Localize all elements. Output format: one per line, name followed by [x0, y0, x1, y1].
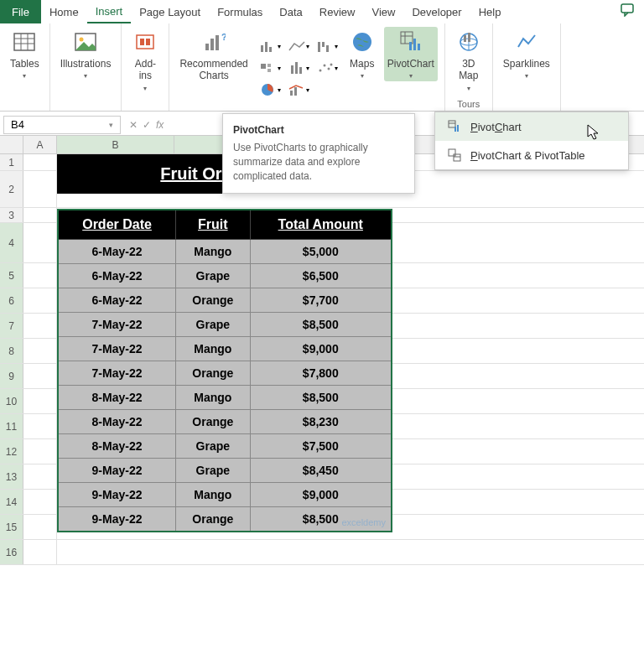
- svg-rect-22: [267, 64, 271, 67]
- svg-rect-33: [294, 87, 297, 96]
- menu-label: PivotChart: [470, 121, 522, 133]
- chevron-down-icon: ▾: [409, 72, 413, 80]
- tables-button[interactable]: Tables ▾: [7, 27, 43, 81]
- 3d-map-button[interactable]: 3D Map ▾: [452, 27, 486, 94]
- comments-button[interactable]: [612, 3, 644, 20]
- table-row[interactable]: 7-May-22Orange$7,800: [58, 361, 392, 386]
- svg-rect-46: [449, 121, 455, 127]
- hierarchy-chart-icon[interactable]: ▾: [257, 58, 283, 78]
- tab-help[interactable]: Help: [470, 0, 510, 23]
- table-row[interactable]: 7-May-22Mango$9,000: [58, 337, 392, 361]
- table-row[interactable]: 8-May-22Grape$7,500: [58, 434, 392, 459]
- cancel-icon[interactable]: ✕: [129, 119, 138, 131]
- svg-rect-40: [418, 44, 420, 50]
- combo-chart-icon[interactable]: ▾: [285, 80, 312, 100]
- row-header[interactable]: 13: [0, 464, 23, 489]
- fx-icon[interactable]: fx: [156, 119, 164, 131]
- svg-point-28: [323, 65, 325, 67]
- table-row[interactable]: 8-May-22Mango$8,500: [58, 386, 392, 410]
- statistic-chart-icon[interactable]: ▾: [285, 58, 312, 78]
- line-chart-icon[interactable]: ▾: [285, 36, 312, 56]
- sparklines-button[interactable]: Sparklines ▾: [500, 27, 553, 81]
- enter-icon[interactable]: ✓: [143, 119, 151, 131]
- tab-insert[interactable]: Insert: [87, 0, 132, 23]
- table-row[interactable]: 8-May-22Orange$8,230: [58, 410, 392, 434]
- tab-home[interactable]: Home: [41, 0, 87, 23]
- scatter-chart-icon[interactable]: ▾: [314, 58, 340, 78]
- addins-button[interactable]: Add- ins ▾: [128, 27, 162, 94]
- group-tables: Tables ▾: [0, 23, 50, 111]
- group-charts: ? Recommended Charts ▾ ▾ ▾ ▾ ▾ ▾ ▾ ▾: [169, 23, 444, 111]
- svg-rect-10: [146, 39, 150, 45]
- ribbon: Tables ▾ Illustrations ▾ Add- ins ▾ ? Re…: [0, 23, 644, 112]
- tab-data[interactable]: Data: [271, 0, 310, 23]
- table-row[interactable]: 6-May-22Orange$7,700: [58, 288, 392, 313]
- row-header[interactable]: 7: [0, 314, 23, 338]
- col-header-a[interactable]: A: [23, 136, 57, 153]
- table-row[interactable]: 9-May-22Mango$9,000: [58, 483, 392, 507]
- col-header-b[interactable]: B: [57, 136, 174, 153]
- table-row[interactable]: 9-May-22Grape$8,450: [58, 459, 392, 483]
- sparkline-icon: [513, 29, 540, 55]
- mouse-cursor-icon: [587, 124, 600, 141]
- row-header[interactable]: 11: [0, 414, 23, 438]
- row-header[interactable]: 9: [0, 364, 23, 388]
- svg-rect-25: [295, 62, 298, 74]
- svg-rect-17: [269, 47, 272, 52]
- svg-rect-50: [449, 149, 455, 156]
- svg-rect-12: [210, 39, 214, 50]
- tab-formulas[interactable]: Formulas: [209, 0, 271, 23]
- row-header[interactable]: 1: [0, 154, 23, 170]
- chevron-down-icon: ▾: [525, 72, 528, 80]
- data-table[interactable]: Order Date Fruit Total Amount 6-May-22Ma…: [57, 209, 392, 532]
- pivotchart-button[interactable]: PivotChart ▾: [384, 27, 438, 81]
- row-header[interactable]: 4: [0, 223, 23, 262]
- chevron-down-icon: ▾: [467, 85, 470, 92]
- header-order-date: Order Date: [58, 210, 176, 240]
- row-header[interactable]: 12: [0, 439, 23, 464]
- row-header[interactable]: 14: [0, 490, 23, 514]
- addins-icon: [132, 29, 158, 55]
- svg-rect-48: [454, 127, 456, 132]
- column-chart-icon[interactable]: ▾: [257, 36, 283, 56]
- watermark: exceldemy: [341, 517, 386, 527]
- row-header[interactable]: 3: [0, 208, 23, 222]
- tab-page-layout[interactable]: Page Layout: [131, 0, 209, 23]
- svg-point-7: [80, 38, 84, 42]
- pivotchart-dropdown: PivotChart PivotChart & PivotTable: [434, 112, 629, 170]
- tab-developer[interactable]: Developer: [403, 0, 470, 23]
- select-all-corner[interactable]: [0, 136, 23, 153]
- tab-view[interactable]: View: [363, 0, 403, 23]
- name-box[interactable]: B4 ▾: [3, 116, 121, 134]
- header-fruit: Fruit: [176, 210, 250, 240]
- svg-rect-11: [205, 44, 209, 50]
- svg-rect-1: [14, 34, 34, 50]
- svg-rect-8: [137, 35, 153, 49]
- maps-button[interactable]: Maps ▾: [345, 27, 379, 81]
- svg-text:?: ?: [221, 32, 226, 42]
- pivottable-small-icon: [447, 148, 462, 163]
- worksheet: A B C D F 12345678910111213141516 Fruit …: [0, 136, 644, 565]
- row-header[interactable]: 16: [0, 540, 23, 564]
- row-header[interactable]: 15: [0, 515, 23, 539]
- pie-chart-icon[interactable]: ▾: [257, 80, 283, 100]
- recommended-charts-button[interactable]: ? Recommended Charts: [176, 27, 251, 84]
- menu-label: PivotChart & PivotTable: [470, 149, 585, 162]
- tab-file[interactable]: File: [0, 0, 41, 23]
- chevron-down-icon: ▾: [143, 85, 147, 92]
- table-row[interactable]: 6-May-22Grape$6,500: [58, 264, 392, 288]
- row-header[interactable]: 2: [0, 171, 23, 207]
- row-header[interactable]: 6: [0, 288, 23, 313]
- pivotchart-small-icon: [447, 119, 462, 134]
- row-header[interactable]: 5: [0, 263, 23, 288]
- waterfall-chart-icon[interactable]: ▾: [314, 36, 340, 56]
- table-row[interactable]: 7-May-22Grape$8,500: [58, 313, 392, 337]
- svg-rect-19: [322, 42, 325, 47]
- table-row[interactable]: 6-May-22Mango$5,000: [58, 240, 392, 264]
- group-addins: Add- ins ▾: [122, 23, 169, 111]
- row-header[interactable]: 8: [0, 339, 23, 363]
- menu-pivotchart-pivottable[interactable]: PivotChart & PivotTable: [435, 141, 628, 169]
- row-header[interactable]: 10: [0, 389, 23, 413]
- tab-review[interactable]: Review: [311, 0, 364, 23]
- illustrations-button[interactable]: Illustrations ▾: [57, 27, 115, 81]
